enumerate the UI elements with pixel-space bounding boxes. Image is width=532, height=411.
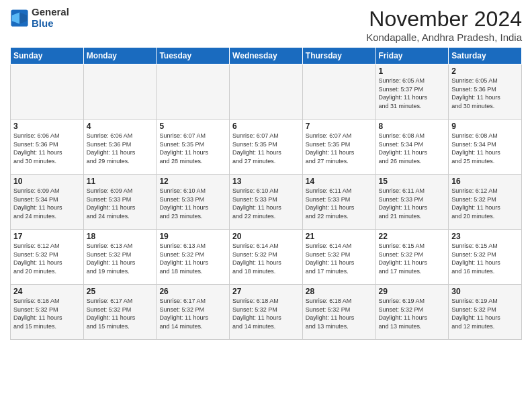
calendar-week-4: 24Sunrise: 6:16 AM Sunset: 5:32 PM Dayli…: [11, 285, 522, 340]
day-info: Sunrise: 6:09 AM Sunset: 5:34 PM Dayligh…: [13, 187, 81, 220]
month-title: November 2024: [366, 7, 522, 32]
calendar-cell: 1Sunrise: 6:05 AM Sunset: 5:37 PM Daylig…: [375, 64, 449, 120]
day-number: 6: [232, 122, 300, 131]
day-info: Sunrise: 6:18 AM Sunset: 5:32 PM Dayligh…: [306, 297, 373, 330]
calendar-cell: 5Sunrise: 6:07 AM Sunset: 5:35 PM Daylig…: [157, 120, 230, 175]
logo-blue: Blue: [32, 18, 69, 30]
calendar-cell: 28Sunrise: 6:18 AM Sunset: 5:32 PM Dayli…: [302, 285, 375, 340]
day-number: 5: [159, 122, 226, 131]
day-info: Sunrise: 6:17 AM Sunset: 5:32 PM Dayligh…: [87, 297, 154, 330]
day-info: Sunrise: 6:13 AM Sunset: 5:32 PM Dayligh…: [87, 242, 154, 275]
day-number: 21: [306, 232, 373, 241]
calendar-cell: [302, 64, 375, 120]
day-info: Sunrise: 6:12 AM Sunset: 5:32 PM Dayligh…: [451, 187, 519, 220]
day-number: 12: [159, 177, 226, 186]
logo-general: General: [32, 7, 69, 18]
logo-icon: [10, 9, 29, 28]
calendar-cell: 18Sunrise: 6:13 AM Sunset: 5:32 PM Dayli…: [83, 230, 157, 285]
day-info: Sunrise: 6:19 AM Sunset: 5:32 PM Dayligh…: [451, 297, 519, 330]
calendar-cell: 13Sunrise: 6:10 AM Sunset: 5:33 PM Dayli…: [230, 175, 303, 230]
location: Kondapalle, Andhra Pradesh, India: [366, 32, 522, 43]
day-info: Sunrise: 6:07 AM Sunset: 5:35 PM Dayligh…: [232, 132, 300, 165]
title-area: November 2024 Kondapalle, Andhra Pradesh…: [366, 7, 522, 43]
day-number: 29: [379, 287, 446, 296]
day-info: Sunrise: 6:18 AM Sunset: 5:32 PM Dayligh…: [232, 297, 300, 330]
day-info: Sunrise: 6:16 AM Sunset: 5:32 PM Dayligh…: [13, 297, 81, 330]
day-info: Sunrise: 6:10 AM Sunset: 5:33 PM Dayligh…: [159, 187, 226, 220]
day-number: 22: [379, 232, 446, 241]
weekday-header-tuesday: Tuesday: [157, 48, 230, 64]
day-info: Sunrise: 6:06 AM Sunset: 5:36 PM Dayligh…: [87, 132, 154, 165]
day-info: Sunrise: 6:06 AM Sunset: 5:36 PM Dayligh…: [13, 132, 81, 165]
calendar-cell: 6Sunrise: 6:07 AM Sunset: 5:35 PM Daylig…: [230, 120, 303, 175]
weekday-header-row: SundayMondayTuesdayWednesdayThursdayFrid…: [11, 48, 522, 64]
weekday-header-wednesday: Wednesday: [230, 48, 303, 64]
day-info: Sunrise: 6:14 AM Sunset: 5:32 PM Dayligh…: [232, 242, 300, 275]
day-number: 16: [451, 177, 519, 186]
day-info: Sunrise: 6:07 AM Sunset: 5:35 PM Dayligh…: [306, 132, 373, 165]
day-number: 25: [87, 287, 154, 296]
day-info: Sunrise: 6:05 AM Sunset: 5:37 PM Dayligh…: [379, 77, 446, 110]
day-info: Sunrise: 6:17 AM Sunset: 5:32 PM Dayligh…: [159, 297, 226, 330]
calendar-cell: 3Sunrise: 6:06 AM Sunset: 5:36 PM Daylig…: [11, 120, 84, 175]
calendar-cell: 8Sunrise: 6:08 AM Sunset: 5:34 PM Daylig…: [375, 120, 449, 175]
calendar-cell: 29Sunrise: 6:19 AM Sunset: 5:32 PM Dayli…: [375, 285, 449, 340]
calendar-cell: 26Sunrise: 6:17 AM Sunset: 5:32 PM Dayli…: [157, 285, 230, 340]
day-number: 30: [451, 287, 519, 296]
day-number: 13: [232, 177, 300, 186]
day-number: 24: [13, 287, 81, 296]
calendar-cell: [230, 64, 303, 120]
weekday-header-thursday: Thursday: [302, 48, 375, 64]
day-info: Sunrise: 6:15 AM Sunset: 5:32 PM Dayligh…: [379, 242, 446, 275]
day-info: Sunrise: 6:12 AM Sunset: 5:32 PM Dayligh…: [13, 242, 81, 275]
day-info: Sunrise: 6:09 AM Sunset: 5:33 PM Dayligh…: [87, 187, 154, 220]
day-info: Sunrise: 6:07 AM Sunset: 5:35 PM Dayligh…: [159, 132, 226, 165]
day-info: Sunrise: 6:08 AM Sunset: 5:34 PM Dayligh…: [379, 132, 446, 165]
calendar-week-3: 17Sunrise: 6:12 AM Sunset: 5:32 PM Dayli…: [11, 230, 522, 285]
day-info: Sunrise: 6:13 AM Sunset: 5:32 PM Dayligh…: [159, 242, 226, 275]
day-number: 9: [451, 122, 519, 131]
day-info: Sunrise: 6:10 AM Sunset: 5:33 PM Dayligh…: [232, 187, 300, 220]
day-number: 23: [451, 232, 519, 241]
day-info: Sunrise: 6:11 AM Sunset: 5:33 PM Dayligh…: [379, 187, 446, 220]
day-number: 18: [87, 232, 154, 241]
calendar-week-0: 1Sunrise: 6:05 AM Sunset: 5:37 PM Daylig…: [11, 64, 522, 120]
day-number: 2: [451, 66, 519, 76]
day-number: 19: [159, 232, 226, 241]
calendar-cell: 2Sunrise: 6:05 AM Sunset: 5:36 PM Daylig…: [449, 64, 522, 120]
day-info: Sunrise: 6:11 AM Sunset: 5:33 PM Dayligh…: [306, 187, 373, 220]
calendar-cell: 21Sunrise: 6:14 AM Sunset: 5:32 PM Dayli…: [302, 230, 375, 285]
page: General Blue November 2024 Kondapalle, A…: [0, 0, 532, 411]
weekday-header-friday: Friday: [375, 48, 449, 64]
calendar-cell: 20Sunrise: 6:14 AM Sunset: 5:32 PM Dayli…: [230, 230, 303, 285]
logo-text: General Blue: [32, 7, 69, 29]
day-info: Sunrise: 6:19 AM Sunset: 5:32 PM Dayligh…: [379, 297, 446, 330]
weekday-header-sunday: Sunday: [11, 48, 84, 64]
day-info: Sunrise: 6:05 AM Sunset: 5:36 PM Dayligh…: [451, 77, 519, 110]
calendar-cell: 12Sunrise: 6:10 AM Sunset: 5:33 PM Dayli…: [157, 175, 230, 230]
calendar-cell: [83, 64, 157, 120]
day-number: 11: [87, 177, 154, 186]
calendar-cell: 15Sunrise: 6:11 AM Sunset: 5:33 PM Dayli…: [375, 175, 449, 230]
calendar-cell: 16Sunrise: 6:12 AM Sunset: 5:32 PM Dayli…: [449, 175, 522, 230]
day-number: 26: [159, 287, 226, 296]
day-number: 17: [13, 232, 81, 241]
calendar-cell: 10Sunrise: 6:09 AM Sunset: 5:34 PM Dayli…: [11, 175, 84, 230]
calendar-cell: 24Sunrise: 6:16 AM Sunset: 5:32 PM Dayli…: [11, 285, 84, 340]
day-info: Sunrise: 6:15 AM Sunset: 5:32 PM Dayligh…: [451, 242, 519, 275]
day-number: 7: [306, 122, 373, 131]
calendar-cell: 25Sunrise: 6:17 AM Sunset: 5:32 PM Dayli…: [83, 285, 157, 340]
calendar-week-1: 3Sunrise: 6:06 AM Sunset: 5:36 PM Daylig…: [11, 120, 522, 175]
calendar-cell: 27Sunrise: 6:18 AM Sunset: 5:32 PM Dayli…: [230, 285, 303, 340]
calendar-cell: 4Sunrise: 6:06 AM Sunset: 5:36 PM Daylig…: [83, 120, 157, 175]
calendar-cell: 14Sunrise: 6:11 AM Sunset: 5:33 PM Dayli…: [302, 175, 375, 230]
day-number: 28: [306, 287, 373, 296]
calendar-week-2: 10Sunrise: 6:09 AM Sunset: 5:34 PM Dayli…: [11, 175, 522, 230]
calendar-table: SundayMondayTuesdayWednesdayThursdayFrid…: [10, 47, 522, 340]
day-info: Sunrise: 6:14 AM Sunset: 5:32 PM Dayligh…: [306, 242, 373, 275]
calendar-cell: 7Sunrise: 6:07 AM Sunset: 5:35 PM Daylig…: [302, 120, 375, 175]
day-number: 10: [13, 177, 81, 186]
logo-area: General Blue: [10, 7, 69, 29]
day-number: 8: [379, 122, 446, 131]
weekday-header-monday: Monday: [83, 48, 157, 64]
